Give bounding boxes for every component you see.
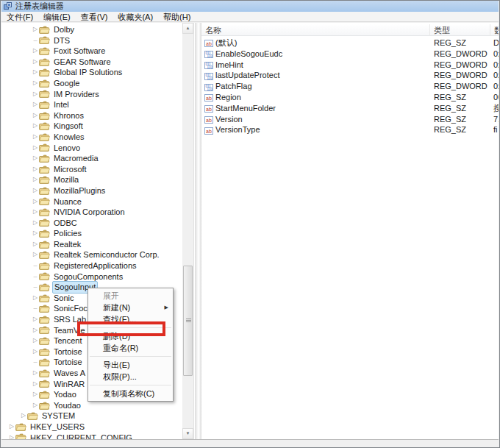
- menu-item-3[interactable]: 收藏夹(A): [113, 12, 158, 22]
- tree-item-registeredapplications[interactable]: –RegisteredApplications: [2, 260, 182, 271]
- tree-item-label: SYSTEM: [40, 410, 76, 422]
- tree-item-realtek-semiconductor-corp-[interactable]: ▷Realtek Semiconductor Corp.: [2, 249, 182, 260]
- tree-item-google[interactable]: ▷Google: [2, 78, 182, 89]
- tree-item-intel[interactable]: ▷Intel: [2, 99, 182, 110]
- tree-item-khronos[interactable]: ▷Khronos: [2, 110, 182, 121]
- tree-item-system[interactable]: ▷SYSTEM: [2, 410, 182, 422]
- expand-arrow-icon[interactable]: ▷: [8, 422, 15, 433]
- expand-arrow-icon[interactable]: ▷: [32, 185, 39, 196]
- tree-item-label: GEAR Software: [52, 57, 113, 68]
- expand-arrow-icon[interactable]: ▷: [32, 239, 39, 250]
- tree-item-dts[interactable]: –DTS: [2, 35, 182, 46]
- tree-item-knowles[interactable]: ▷Knowles: [2, 132, 182, 143]
- tree-item-label: ODBC: [52, 218, 79, 229]
- expand-arrow-icon[interactable]: ▷: [32, 389, 39, 400]
- expand-arrow-icon[interactable]: ▷: [20, 410, 27, 422]
- expand-arrow-icon[interactable]: ▷: [32, 207, 39, 218]
- tree-item-policies[interactable]: ▷Policies: [2, 228, 182, 239]
- expand-arrow-icon[interactable]: ▷: [32, 314, 39, 325]
- expand-arrow-icon[interactable]: ▷: [32, 24, 39, 35]
- context-menu-item-复制项名称c[interactable]: 复制项名称(C): [88, 388, 173, 399]
- pane-splitter[interactable]: [195, 23, 201, 439]
- svg-text:110: 110: [207, 65, 213, 69]
- expand-arrow-icon[interactable]: ▷: [32, 132, 39, 143]
- branch-line: –: [32, 35, 39, 46]
- expand-arrow-icon[interactable]: ▷: [32, 249, 39, 260]
- value-row--[interactable]: ab(默认)REG_SZD: [201, 38, 499, 49]
- tree-item-kingsoft[interactable]: ▷Kingsoft: [2, 121, 182, 132]
- tree-scrollbar[interactable]: ▲ ▼: [182, 23, 193, 439]
- tree-item-im-providers[interactable]: ▷IM Providers: [2, 89, 182, 100]
- tree-item-mozilla[interactable]: ▷Mozilla: [2, 174, 182, 185]
- scroll-down-icon[interactable]: ▼: [182, 428, 193, 439]
- tree-item-realtek[interactable]: ▷Realtek: [2, 239, 182, 250]
- expand-arrow-icon[interactable]: ▷: [32, 218, 39, 229]
- expand-arrow-icon[interactable]: ▷: [32, 228, 39, 239]
- context-menu-item-新建n[interactable]: 新建(N)▶: [88, 302, 173, 313]
- menu-item-0[interactable]: 文件(F): [1, 12, 38, 22]
- expand-arrow-icon[interactable]: ▷: [32, 379, 39, 390]
- tree-item-nuance[interactable]: ▷Nuance: [2, 196, 182, 207]
- menu-item-1[interactable]: 编辑(E): [38, 12, 76, 22]
- tree-item-sogoucomponents[interactable]: –SogouComponents: [2, 271, 182, 282]
- tree-item-gear-software[interactable]: ▷GEAR Software: [2, 57, 182, 68]
- tree-item-global-ip-solutions[interactable]: ▷Global IP Solutions: [2, 67, 182, 78]
- column-header-data[interactable]: 数据: [490, 24, 499, 36]
- value-type-cell: REG_DWORD: [434, 49, 488, 60]
- column-header-type[interactable]: 类型: [430, 24, 490, 36]
- string-icon: ab: [204, 127, 213, 134]
- expand-arrow-icon[interactable]: ▷: [32, 368, 39, 379]
- expand-arrow-icon[interactable]: ▷: [32, 164, 39, 175]
- value-row-patchflag[interactable]: 011110PatchFlagREG_DWORD0x: [201, 81, 499, 92]
- svg-text:110: 110: [207, 87, 213, 90]
- expand-arrow-icon[interactable]: ▷: [32, 346, 39, 358]
- value-name-label: VersionType: [215, 124, 260, 135]
- value-row-enablesogoueudc[interactable]: 011110EnableSogouEudcREG_DWORD0x: [201, 49, 499, 60]
- tree-item-dolby[interactable]: ▷Dolby: [2, 24, 182, 35]
- expand-arrow-icon[interactable]: ▷: [32, 153, 39, 164]
- scrollbar-thumb[interactable]: [183, 266, 193, 376]
- expand-arrow-icon[interactable]: ▷: [32, 99, 39, 110]
- expand-arrow-icon[interactable]: ▷: [32, 325, 39, 336]
- expand-arrow-icon[interactable]: ▷: [32, 46, 39, 57]
- scroll-up-icon[interactable]: ▲: [182, 23, 193, 34]
- value-type-cell: REG_SZ: [434, 103, 466, 114]
- expand-arrow-icon[interactable]: ▷: [32, 335, 39, 346]
- value-data-cell: D: [493, 38, 499, 49]
- value-row-version[interactable]: abVersionREG_SZ7.: [201, 114, 499, 125]
- expand-arrow-icon[interactable]: ▷: [32, 196, 39, 207]
- menu-item-4[interactable]: 帮助(H): [158, 12, 196, 22]
- expand-arrow-icon[interactable]: ▷: [32, 110, 39, 121]
- expand-arrow-icon[interactable]: ▷: [32, 78, 39, 89]
- expand-arrow-icon[interactable]: ▷: [32, 174, 39, 185]
- tree-item-macromedia[interactable]: ▷Macromedia: [2, 153, 182, 164]
- tree-item-lenovo[interactable]: ▷Lenovo: [2, 143, 182, 154]
- expand-arrow-icon[interactable]: ▷: [32, 400, 39, 411]
- expand-arrow-icon[interactable]: ▷: [32, 121, 39, 132]
- expand-arrow-icon[interactable]: ▷: [32, 89, 39, 100]
- expand-arrow-icon[interactable]: ▷: [32, 57, 39, 68]
- expand-arrow-icon[interactable]: ▷: [32, 143, 39, 154]
- value-name-cell: 011110EnableSogouEudc: [204, 49, 282, 60]
- expand-arrow-icon[interactable]: ▷: [32, 67, 39, 78]
- tree-item-hkey-current-config[interactable]: ▷HKEY_CURRENT_CONFIG: [2, 433, 182, 439]
- context-menu-item-重命名r[interactable]: 重命名(R): [88, 342, 173, 354]
- value-row-region[interactable]: abRegionREG_SZ00: [201, 92, 499, 103]
- tree-item-nvidia-corporation[interactable]: ▷NVIDIA Corporation: [2, 207, 182, 218]
- tree-item-odbc[interactable]: ▷ODBC: [2, 218, 182, 229]
- tree-item-mozillaplugins[interactable]: ▷MozillaPlugins: [2, 185, 182, 196]
- column-header-name[interactable]: 名称: [201, 24, 430, 36]
- value-row-startmenufolder[interactable]: abStartMenuFolderREG_SZ搜: [201, 103, 499, 114]
- menu-item-2[interactable]: 查看(V): [76, 12, 113, 22]
- expand-arrow-icon[interactable]: ▷: [32, 293, 39, 304]
- value-row-versiontype[interactable]: abVersionTypeREG_SZfi: [201, 124, 499, 135]
- tree-item-microsoft[interactable]: ▷Microsoft: [2, 164, 182, 175]
- context-menu-item-导出e[interactable]: 导出(E): [88, 359, 173, 371]
- string-icon: ab: [204, 104, 213, 112]
- context-menu-item-权限p[interactable]: 权限(P)...: [88, 371, 173, 383]
- value-row-imehint[interactable]: 011110ImeHintREG_DWORD0x: [201, 60, 499, 71]
- tree-item-foxit-software[interactable]: ▷Foxit Software: [2, 46, 182, 57]
- tree-item-hkey-users[interactable]: ▷HKEY_USERS: [2, 422, 182, 433]
- value-row-lastupdateprotect[interactable]: 011110lastUpdateProtectREG_DWORD0x: [201, 70, 499, 81]
- expand-arrow-icon[interactable]: ▷: [8, 433, 15, 439]
